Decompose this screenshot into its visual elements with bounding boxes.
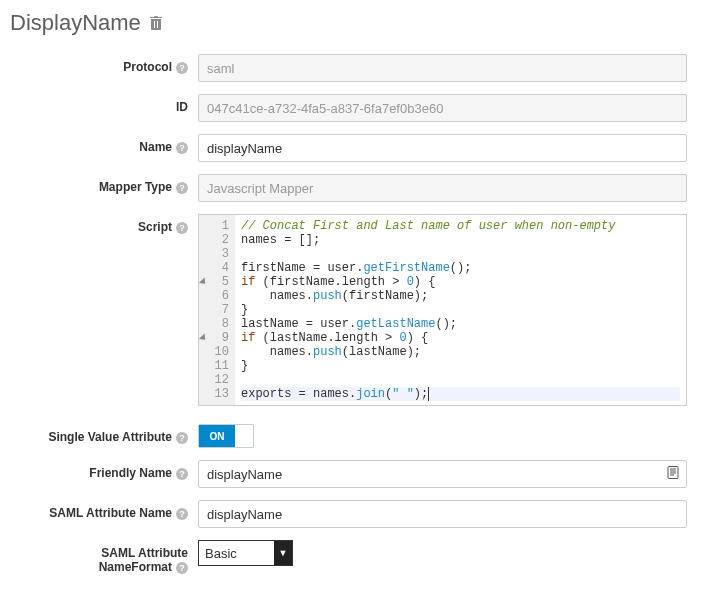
help-icon[interactable]: ? (176, 468, 188, 480)
svg-rect-4 (670, 475, 674, 476)
svg-rect-3 (670, 473, 676, 474)
gutter-line: 10 (203, 345, 229, 359)
code-line[interactable]: firstName = user.getFirstName(); (241, 261, 680, 275)
gutter-line: 5 (203, 275, 229, 289)
name-input[interactable] (198, 134, 687, 162)
mapper-type-input (198, 174, 687, 202)
friendly-name-label: Friendly Name (89, 466, 172, 480)
trash-icon[interactable] (149, 15, 163, 31)
svg-rect-1 (670, 469, 676, 470)
gutter-line: 9 (203, 331, 229, 345)
help-icon[interactable]: ? (176, 432, 188, 444)
code-line[interactable]: names = []; (241, 233, 680, 247)
saml-attr-name-label: SAML Attribute Name (49, 506, 172, 520)
gutter-line: 4 (203, 261, 229, 275)
saml-attr-name-input[interactable] (198, 500, 687, 528)
toggle-knob (235, 425, 253, 447)
help-icon[interactable]: ? (176, 142, 188, 154)
saml-attr-format-label-1: SAML Attribute (101, 546, 188, 560)
protocol-label: Protocol (123, 60, 172, 74)
single-value-label: Single Value Attribute (48, 430, 172, 444)
chevron-down-icon: ▼ (274, 541, 292, 565)
code-line[interactable]: // Concat First and Last name of user wh… (241, 219, 680, 233)
code-line[interactable]: names.push(firstName); (241, 289, 680, 303)
gutter-line: 7 (203, 303, 229, 317)
help-icon[interactable]: ? (176, 182, 188, 194)
help-icon[interactable]: ? (176, 222, 188, 234)
code-line[interactable]: if (firstName.length > 0) { (241, 275, 680, 289)
code-line[interactable]: } (241, 303, 680, 317)
mapper-type-label: Mapper Type (99, 180, 172, 194)
gutter-line: 3 (203, 247, 229, 261)
name-label: Name (139, 140, 172, 154)
gutter-line: 1 (203, 219, 229, 233)
code-line[interactable]: names.push(lastName); (241, 345, 680, 359)
page-title: DisplayName (10, 10, 699, 36)
code-line[interactable]: } (241, 359, 680, 373)
svg-rect-2 (670, 471, 676, 472)
gutter-line: 13 (203, 387, 229, 401)
script-editor[interactable]: 12345678910111213 // Concat First and La… (198, 214, 687, 406)
title-text: DisplayName (10, 10, 141, 36)
saml-attr-format-select[interactable]: Basic ▼ (198, 540, 293, 566)
editor-code[interactable]: // Concat First and Last name of user wh… (235, 215, 686, 405)
select-value: Basic (199, 546, 274, 561)
help-icon[interactable]: ? (176, 508, 188, 520)
code-line[interactable] (241, 247, 680, 261)
code-line[interactable] (241, 373, 680, 387)
toggle-on-label: ON (199, 425, 235, 447)
editor-gutter: 12345678910111213 (199, 215, 235, 405)
gutter-line: 2 (203, 233, 229, 247)
protocol-input (198, 54, 687, 82)
saml-attr-format-label-2: NameFormat (99, 560, 172, 574)
gutter-line: 6 (203, 289, 229, 303)
help-icon[interactable]: ? (176, 562, 188, 574)
friendly-name-input[interactable] (198, 460, 687, 488)
single-value-toggle[interactable]: ON (198, 424, 254, 448)
id-label: ID (176, 100, 188, 114)
script-label: Script (138, 220, 172, 234)
key-icon (667, 466, 679, 483)
code-line[interactable]: if (lastName.length > 0) { (241, 331, 680, 345)
gutter-line: 8 (203, 317, 229, 331)
gutter-line: 11 (203, 359, 229, 373)
help-icon[interactable]: ? (176, 62, 188, 74)
code-line[interactable]: lastName = user.getLastName(); (241, 317, 680, 331)
code-line[interactable]: exports = names.join(" "); (241, 387, 680, 401)
id-input (198, 94, 687, 122)
gutter-line: 12 (203, 373, 229, 387)
